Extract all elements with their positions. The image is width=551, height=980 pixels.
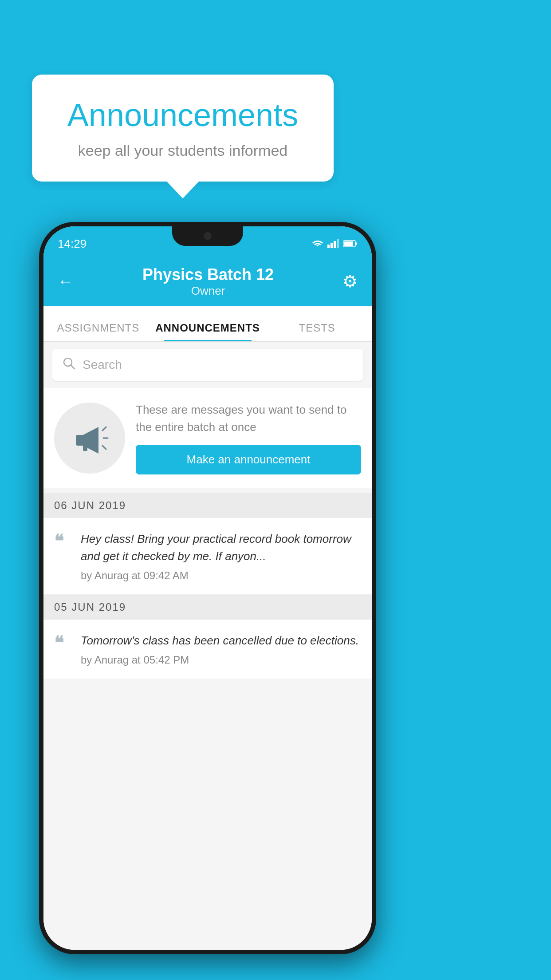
- search-icon: [63, 357, 75, 373]
- status-icons: [311, 239, 358, 248]
- speech-bubble-subtitle: keep all your students informed: [59, 142, 307, 159]
- date-separator-2: 05 JUN 2019: [43, 595, 372, 620]
- megaphone-icon: [70, 418, 110, 458]
- quote-icon-1: ❝: [54, 532, 72, 550]
- header-subtitle: Owner: [142, 284, 274, 298]
- speech-bubble: Announcements keep all your students inf…: [32, 75, 334, 182]
- phone-notch: [172, 226, 243, 246]
- announcement-content-1: Hey class! Bring your practical record b…: [81, 530, 361, 582]
- battery-icon: [343, 240, 358, 248]
- camera-dot: [204, 232, 212, 240]
- promo-right: These are messages you want to send to t…: [136, 401, 361, 474]
- make-announcement-button[interactable]: Make an announcement: [136, 445, 361, 474]
- app-header: ← Physics Batch 12 Owner ⚙: [43, 257, 372, 306]
- wifi-icon: [311, 239, 324, 248]
- announcement-text-2: Tomorrow's class has been cancelled due …: [81, 632, 361, 649]
- header-center: Physics Batch 12 Owner: [142, 265, 274, 298]
- header-title: Physics Batch 12: [142, 265, 274, 284]
- announcement-meta-2: by Anurag at 05:42 PM: [81, 654, 361, 666]
- status-bar: 14:29: [43, 226, 372, 257]
- announcement-text-1: Hey class! Bring your practical record b…: [81, 530, 361, 565]
- announcement-item-1[interactable]: ❝ Hey class! Bring your practical record…: [43, 518, 372, 595]
- svg-line-8: [71, 365, 75, 369]
- announcement-meta-1: by Anurag at 09:42 AM: [81, 569, 361, 582]
- signal-icon: [327, 239, 340, 248]
- announcement-content-2: Tomorrow's class has been cancelled due …: [81, 632, 361, 666]
- search-bar[interactable]: Search: [52, 349, 363, 381]
- back-button[interactable]: ←: [58, 272, 74, 291]
- announcement-item-2[interactable]: ❝ Tomorrow's class has been cancelled du…: [43, 620, 372, 679]
- date-separator-1: 06 JUN 2019: [43, 493, 372, 518]
- svg-rect-2: [334, 241, 336, 248]
- phone-content: Search These: [43, 342, 372, 950]
- promo-icon-circle: [54, 403, 125, 474]
- tabs-bar: ASSIGNMENTS ANNOUNCEMENTS TESTS: [43, 306, 372, 342]
- phone-container: 14:29: [39, 222, 376, 954]
- svg-rect-1: [331, 243, 333, 248]
- speech-bubble-title: Announcements: [59, 97, 307, 133]
- tab-announcements[interactable]: ANNOUNCEMENTS: [153, 322, 263, 341]
- tab-tests[interactable]: TESTS: [262, 322, 372, 341]
- svg-rect-5: [355, 242, 357, 245]
- promo-description: These are messages you want to send to t…: [136, 401, 361, 436]
- status-time: 14:29: [58, 237, 87, 251]
- settings-icon[interactable]: ⚙: [342, 272, 358, 291]
- search-placeholder: Search: [83, 358, 122, 372]
- svg-rect-6: [344, 241, 353, 246]
- svg-line-9: [102, 427, 106, 431]
- quote-icon-2: ❝: [54, 634, 72, 652]
- svg-rect-3: [337, 239, 339, 248]
- svg-line-11: [102, 446, 106, 449]
- phone-outer: 14:29: [39, 222, 376, 954]
- phone-screen: 14:29: [43, 226, 372, 950]
- tab-assignments[interactable]: ASSIGNMENTS: [43, 322, 153, 341]
- svg-rect-0: [327, 245, 330, 248]
- announcement-promo: These are messages you want to send to t…: [43, 388, 372, 488]
